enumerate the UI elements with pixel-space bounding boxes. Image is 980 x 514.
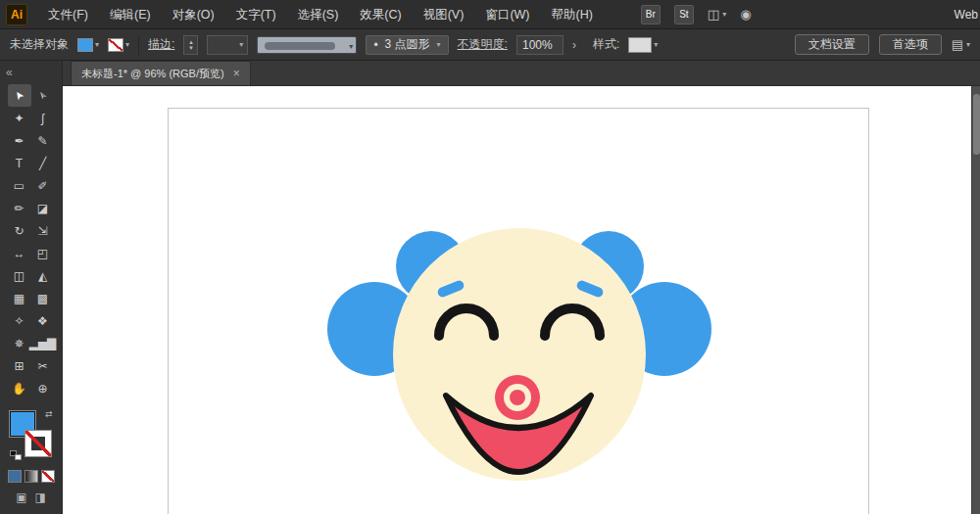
width-profile-select[interactable]: ▾ [257,36,357,54]
perspective-grid-tool-icon: ◭ [38,269,47,283]
eyedropper-tool[interactable]: ✧ [8,309,31,332]
none-slash-icon [25,431,51,456]
gradient-mode-button[interactable] [24,470,38,483]
chevron-down-icon: ▾ [654,40,658,49]
paintbrush-tool[interactable]: ✐ [31,174,55,197]
gradient-tool-icon: ▩ [37,292,48,305]
mesh-tool[interactable]: ▦ [8,287,31,309]
color-mode-button[interactable] [8,470,22,483]
clown-artwork [63,86,970,514]
tools-panel: « ➤➣✦ʃ✒✎T╱▭✐✏◪↻⇲↔◰◫◭▦▩✧❖✵▂▅▇⊞✂✋⊕ ⇄ [0,61,63,514]
width-tool[interactable]: ↔ [8,242,31,264]
zoom-tool[interactable]: ⊕ [31,377,55,399]
artboard-tool-icon: ⊞ [14,359,24,373]
bridge-button[interactable]: Br [641,5,661,24]
free-transform-tool-icon: ◰ [37,247,48,260]
preferences-button[interactable]: 首选项 [879,34,942,55]
control-bar: 未选择对象 ▾ ▾ 描边: ▲ ▼ ▾ ▾ • 3 点圆形 ▾ 不透明度: 10… [0,29,980,61]
rectangle-tool-icon: ▭ [14,179,24,193]
stroke-weight-label[interactable]: 描边: [148,36,174,53]
blend-tool[interactable]: ❖ [31,309,55,332]
perspective-grid-tool[interactable]: ◭ [31,264,55,287]
curvature-tool[interactable]: ✎ [31,129,55,152]
gradient-tool[interactable]: ▩ [31,287,55,309]
document-tab-bar: 未标题-1* @ 96% (RGB/预览) × [63,61,980,86]
column-graph-tool[interactable]: ▂▅▇ [31,332,55,354]
style-swatch[interactable] [628,37,652,53]
canvas[interactable] [63,86,980,514]
vertical-scrollbar[interactable] [971,86,980,514]
fill-color-swatch[interactable] [77,38,93,52]
swap-fill-stroke-icon[interactable]: ⇄ [45,409,53,419]
screen-mode-icon[interactable]: ◨ [35,491,46,504]
width-tool-icon: ↔ [14,247,25,260]
workspace: « ➤➣✦ʃ✒✎T╱▭✐✏◪↻⇲↔◰◫◭▦▩✧❖✵▂▅▇⊞✂✋⊕ ⇄ [0,61,980,514]
document-setup-button[interactable]: 文档设置 [795,34,869,55]
tools-grid: ➤➣✦ʃ✒✎T╱▭✐✏◪↻⇲↔◰◫◭▦▩✧❖✵▂▅▇⊞✂✋⊕ [8,84,55,399]
opacity-input[interactable]: 100% [516,35,564,55]
menu-item-object[interactable]: 对象(O) [162,0,225,29]
type-tool[interactable]: T [8,152,31,174]
pen-tool[interactable]: ✒ [8,129,31,152]
selection-status: 未选择对象 [10,36,69,53]
panel-menu-button[interactable]: ▤ ▾ [952,37,970,52]
free-transform-tool[interactable]: ◰ [31,242,55,264]
shape-builder-tool[interactable]: ◫ [8,264,31,287]
hand-tool[interactable]: ✋ [8,377,31,399]
chevron-down-icon: ▾ [239,40,243,49]
arrange-documents-button[interactable]: ◫ ▾ [708,7,726,22]
menu-item-file[interactable]: 文件(F) [37,0,99,29]
scrollbar-thumb[interactable] [973,94,980,155]
menu-item-view[interactable]: 视图(V) [413,0,475,29]
opacity-dropdown-icon[interactable]: › [572,38,584,52]
menu-item-type[interactable]: 文字(T) [225,0,287,29]
symbol-sprayer-tool[interactable]: ✵ [8,332,31,354]
none-mode-button[interactable] [41,470,55,483]
menu-item-select[interactable]: 选择(S) [287,0,350,29]
document-area: 未标题-1* @ 96% (RGB/预览) × [63,61,980,514]
workspace-switcher[interactable]: Web [955,8,980,22]
menu-item-effect[interactable]: 效果(C) [349,0,412,29]
stroke-swatch[interactable] [25,431,51,456]
eraser-tool[interactable]: ◪ [31,197,55,219]
stroke-weight-select[interactable]: ▾ [207,35,248,55]
menu-item-window[interactable]: 窗口(W) [474,0,540,29]
chevron-down-icon: ▾ [125,40,129,49]
stock-button[interactable]: St [674,5,694,24]
draw-normal-icon[interactable]: ▣ [16,491,26,504]
clown-nose-center[interactable] [510,390,525,405]
shaper-tool[interactable]: ✏ [8,197,31,219]
menu-item-help[interactable]: 帮助(H) [541,0,604,29]
brush-definition-select[interactable]: • 3 点圆形 ▾ [366,35,448,55]
fill-color-control[interactable]: ▾ [77,38,99,52]
close-icon[interactable]: × [233,67,240,80]
artboard-tool[interactable]: ⊞ [8,354,31,377]
eraser-tool-icon: ◪ [37,202,48,215]
rectangle-tool[interactable]: ▭ [8,174,31,197]
magic-wand-tool[interactable]: ✦ [8,107,31,129]
collapse-tools-button[interactable]: « [6,66,13,79]
lasso-tool-icon: ʃ [41,112,44,125]
direct-selection-tool[interactable]: ➣ [31,84,55,107]
slice-tool[interactable]: ✂ [31,354,55,377]
default-fill-stroke-icon[interactable] [10,450,22,460]
line-segment-tool[interactable]: ╱ [31,152,55,174]
stroke-weight-stepper[interactable]: ▲ ▼ [183,35,198,55]
share-button[interactable]: ◉ [740,7,751,22]
style-select[interactable]: ▾ [628,37,658,53]
menu-item-edit[interactable]: 编辑(E) [99,0,162,29]
curvature-tool-icon: ✎ [37,134,47,148]
stroke-color-swatch[interactable] [108,38,123,52]
stepper-down-icon[interactable]: ▼ [188,45,194,51]
document-tab[interactable]: 未标题-1* @ 96% (RGB/预览) × [71,61,251,85]
stroke-color-control[interactable]: ▾ [108,38,129,52]
magic-wand-tool-icon: ✦ [14,112,24,125]
slice-tool-icon: ✂ [37,359,47,373]
arrange-documents-icon: ◫ [708,7,719,22]
lasso-tool[interactable]: ʃ [31,107,55,129]
scale-tool[interactable]: ⇲ [31,219,55,242]
tools-panel-header: « [0,61,62,84]
rotate-tool[interactable]: ↻ [8,219,31,242]
selection-tool[interactable]: ➤ [8,84,31,107]
opacity-label[interactable]: 不透明度: [458,36,508,53]
